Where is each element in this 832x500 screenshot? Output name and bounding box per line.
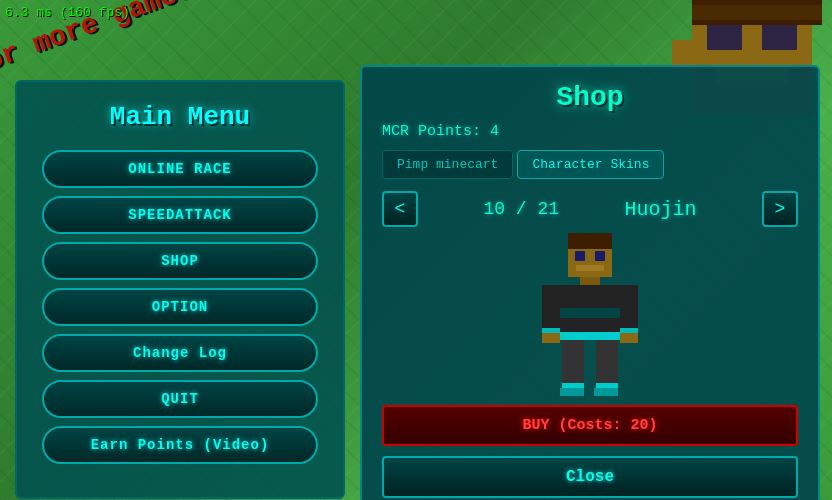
- option-button[interactable]: OPTION: [42, 288, 318, 326]
- svg-rect-14: [580, 277, 600, 285]
- quit-button[interactable]: QUIT: [42, 380, 318, 418]
- svg-rect-28: [542, 333, 560, 343]
- speedattack-button[interactable]: SPEEDATTACK: [42, 196, 318, 234]
- nav-left-button[interactable]: <: [382, 191, 418, 227]
- shop-button[interactable]: SHOP: [42, 242, 318, 280]
- buy-button[interactable]: BUY (Costs: 20): [382, 405, 798, 446]
- nav-right-button[interactable]: >: [762, 191, 798, 227]
- shop-panel: Shop MCR Points: 4 Pimp minecart Charact…: [360, 65, 820, 500]
- change-log-button[interactable]: Change Log: [42, 334, 318, 372]
- shop-counter: 10 / 21: [483, 199, 559, 219]
- svg-rect-17: [560, 308, 620, 318]
- svg-rect-24: [560, 388, 584, 396]
- tab-pimp-minecart[interactable]: Pimp minecart: [382, 150, 513, 179]
- shop-nav-row: < 10 / 21 Huojin >: [382, 191, 798, 227]
- skin-preview-area: [382, 235, 798, 395]
- main-menu-title: Main Menu: [42, 102, 318, 132]
- svg-rect-22: [562, 340, 584, 390]
- fps-counter: 6.3 ms (160 fps): [5, 5, 130, 20]
- svg-rect-6: [692, 5, 822, 20]
- shop-skin-name: Huojin: [625, 198, 697, 221]
- online-race-button[interactable]: ONLINE RACE: [42, 150, 318, 188]
- tab-character-skins[interactable]: Character Skins: [517, 150, 664, 179]
- svg-rect-29: [620, 333, 638, 343]
- svg-rect-12: [595, 251, 605, 261]
- svg-rect-18: [542, 285, 560, 335]
- svg-rect-11: [575, 251, 585, 261]
- svg-rect-13: [576, 265, 604, 271]
- shop-points: MCR Points: 4: [382, 123, 798, 140]
- close-button[interactable]: Close: [382, 456, 798, 498]
- shop-tabs: Pimp minecart Character Skins: [382, 150, 798, 179]
- svg-rect-25: [596, 340, 618, 390]
- svg-rect-27: [594, 388, 618, 396]
- shop-title: Shop: [382, 82, 798, 113]
- main-menu-panel: Main Menu ONLINE RACE SPEEDATTACK SHOP O…: [15, 80, 345, 499]
- character-skin-svg: [540, 233, 640, 398]
- earn-points-button[interactable]: Earn Points (Video): [42, 426, 318, 464]
- svg-rect-16: [560, 332, 620, 340]
- svg-rect-20: [620, 285, 638, 335]
- svg-rect-10: [568, 233, 612, 249]
